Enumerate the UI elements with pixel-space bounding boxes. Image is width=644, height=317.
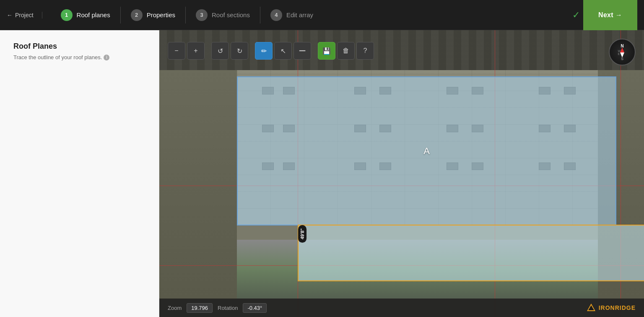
step-3[interactable]: 3 Roof sections [186,0,260,30]
next-label: Next → [598,11,622,19]
ruler-icon: ━━ [299,48,305,54]
rotation-label: Rotation [218,305,238,311]
back-arrow-icon: ← [7,12,13,18]
compass: N W E S [609,39,636,65]
sidebar: Roof Planes Trace the outline of your ro… [0,30,159,317]
step-2-circle: 2 [131,9,143,21]
cursor-icon: ↖ [280,47,286,55]
zoom-in-button[interactable]: + [187,42,205,60]
step-4-circle: 4 [270,9,282,21]
compass-ew-label: W E [618,50,624,55]
step-4-number: 4 [275,12,278,18]
roof-plane-b[interactable] [298,225,644,281]
step-1-circle: 1 [61,9,73,21]
step-3-circle: 3 [196,9,208,21]
map-toolbar: − + ↺ ↻ ✏ ↖ ━━ 💾 [168,42,374,60]
measure-button[interactable]: ━━ [293,42,311,60]
ironridge-logo-text: IRONRIDGE [599,304,636,311]
roof-plane-a-label: A [423,146,430,157]
step-3-label: Roof sections [212,11,250,18]
back-label: Project [15,12,34,18]
zoom-value: 19.796 [187,303,213,313]
map-texture-left [159,70,237,299]
step-2[interactable]: 2 Properties [121,0,185,30]
map-container[interactable]: A 49'8" − + ↺ ↻ ✏ ↖ [159,30,644,317]
step-1-number: 1 [65,12,68,18]
main-area: Roof Planes Trace the outline of your ro… [0,30,644,317]
help-button[interactable]: ? [356,42,374,60]
zoom-out-icon: − [174,47,178,55]
ironridge-logo-icon [586,303,596,313]
compass-rose: W E [617,47,627,58]
trash-icon: 🗑 [343,47,349,55]
select-button[interactable]: ↖ [274,42,292,60]
sidebar-title: Roof Planes [13,42,145,51]
zoom-out-button[interactable]: − [168,42,185,60]
redo-icon: ↻ [237,47,242,55]
step-1[interactable]: 1 Roof planes [51,0,120,30]
roof-plane-a[interactable]: A [237,76,616,225]
step-4[interactable]: 4 Edit array [260,0,323,30]
info-icon[interactable]: i [104,55,109,60]
rotation-value: -0.43° [243,303,267,313]
step-2-label: Properties [147,11,175,18]
pencil-icon: ✏ [261,47,267,55]
top-navigation: ← Project 1 Roof planes 2 Properties 3 R… [0,0,644,30]
step-2-number: 2 [135,12,138,18]
undo-icon: ↺ [218,47,223,55]
save-icon: 💾 [322,47,331,55]
step-1-label: Roof planes [77,11,110,18]
ironridge-brand: IRONRIDGE [586,303,636,313]
zoom-label: Zoom [168,305,182,311]
status-bar: Zoom 19.796 Rotation -0.43° IRONRIDGE [159,299,644,317]
next-button[interactable]: Next → [583,0,637,30]
zoom-in-icon: + [194,47,197,55]
check-icon: ✓ [572,10,580,21]
redo-button[interactable]: ↻ [231,42,248,60]
step-4-label: Edit array [286,11,313,18]
draw-button[interactable]: ✏ [255,42,273,60]
back-to-project[interactable]: ← Project [7,12,42,18]
save-button[interactable]: 💾 [318,42,335,60]
sidebar-desc-text: Trace the outline of your roof planes. [13,54,102,60]
sidebar-description: Trace the outline of your roof planes. i [13,54,145,60]
undo-button[interactable]: ↺ [211,42,229,60]
step-3-number: 3 [200,12,203,18]
delete-button[interactable]: 🗑 [337,42,355,60]
question-icon: ? [364,47,367,55]
measurement-badge: 49'8" [298,225,306,243]
